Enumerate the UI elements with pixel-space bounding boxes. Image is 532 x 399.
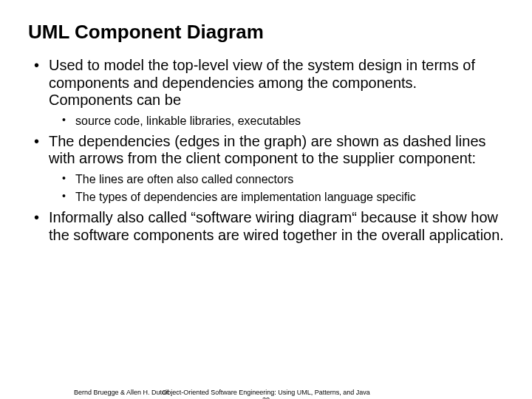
sub-bullet-list: The lines are often also called connecto… [49,172,504,205]
bullet-item: Used to model the top-level view of the … [49,57,504,129]
bullet-text: Used to model the top-level view of the … [49,57,475,108]
footer-page-number: 20 [0,396,532,399]
sub-bullet-list: source code, linkable libraries, executa… [49,114,504,129]
sub-bullet-item: source code, linkable libraries, executa… [75,114,504,129]
bullet-item: Informally also called “software wiring … [49,209,504,244]
bullet-text: Informally also called “software wiring … [49,209,504,243]
bullet-list: Used to model the top-level view of the … [28,57,504,244]
sub-bullet-text: The types of dependencies are implementa… [75,191,416,203]
sub-bullet-text: The lines are often also called connecto… [75,173,293,185]
slide-title: UML Component Diagram [28,21,504,44]
bullet-text: The dependencies (edges in the graph) ar… [49,133,486,167]
footer-book-title: Object-Oriented Software Engineering: Us… [162,389,370,396]
sub-bullet-item: The types of dependencies are implementa… [75,190,504,205]
footer-book: Object-Oriented Software Engineering: Us… [0,389,532,399]
bullet-item: The dependencies (edges in the graph) ar… [49,133,504,205]
slide: UML Component Diagram Used to model the … [0,0,532,399]
sub-bullet-item: The lines are often also called connecto… [75,172,504,187]
sub-bullet-text: source code, linkable libraries, executa… [75,115,301,127]
